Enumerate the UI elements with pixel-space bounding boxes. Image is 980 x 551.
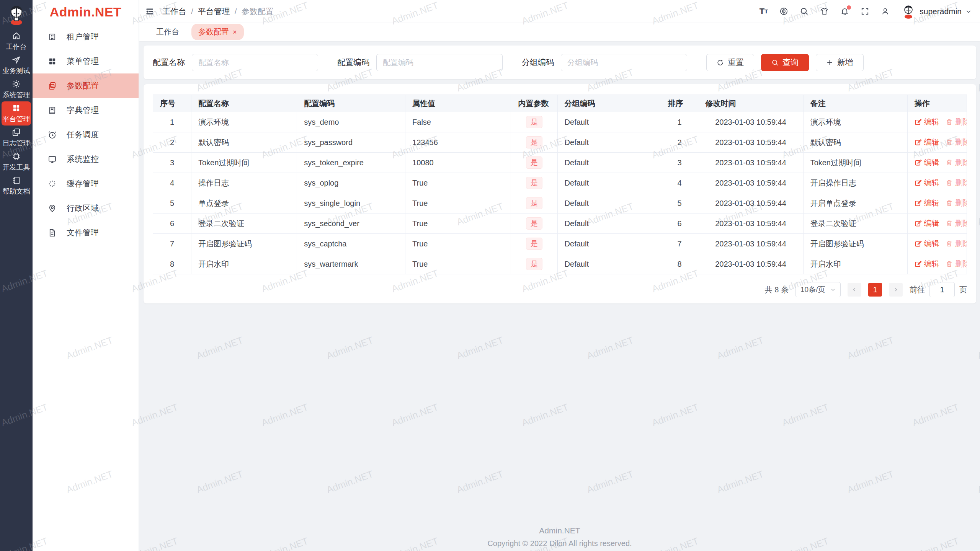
building-icon [48,33,57,41]
delete-button[interactable]: 删除 [946,157,967,168]
close-tab-icon[interactable]: × [233,29,237,36]
sidebar-item-task-schedule[interactable]: 任务调度 [33,122,139,147]
rail-item-dev-tools[interactable]: 开发工具 [2,150,31,174]
cell-remark: 登录二次验证 [803,214,907,234]
edit-button[interactable]: 编辑 [915,157,939,168]
tab-workbench[interactable]: 工作台 [149,24,186,40]
cell-sort: 2 [661,132,698,153]
cell-seq: 7 [153,234,191,254]
grid-icon [12,104,21,112]
sidebar-item-system-monitor[interactable]: 系统监控 [33,147,139,171]
delete-button[interactable]: 删除 [946,198,967,208]
delete-button[interactable]: 删除 [946,117,967,127]
breadcrumb-item[interactable]: 平台管理 [198,6,230,17]
page-size-select[interactable]: 10条/页 [795,282,841,297]
sidebar-logo-text[interactable]: Admin.NET [33,0,139,24]
notifications-button[interactable] [840,7,849,16]
edit-button[interactable]: 编辑 [915,198,939,208]
cell-value: True [405,234,511,254]
delete-button[interactable]: 删除 [946,137,967,147]
config-code-input[interactable] [376,54,503,71]
delete-button[interactable]: 删除 [946,178,967,188]
goto-page-input[interactable] [929,282,955,297]
builtin-yes-tag: 是 [526,116,542,129]
app-window: 工作台 业务测试 系统管理 平台管理 日志管理 开发工具 [0,0,980,551]
cell-value: True [405,173,511,193]
config-name-input[interactable] [192,54,318,71]
cell-remark: 开启单点登录 [803,193,907,214]
tab-param-config[interactable]: 参数配置 × [191,24,244,40]
sidebar-item-admin-region[interactable]: 行政区域 [33,196,139,220]
filter-config-code: 配置编码 [337,54,503,71]
delete-button[interactable]: 删除 [946,238,967,249]
cell-builtin: 是 [511,234,557,254]
search-submit-button[interactable]: 查询 [761,54,809,71]
sidebar-item-dict-mgmt[interactable]: 字典管理 [33,98,139,122]
cell-actions: 编辑删除 [907,254,967,274]
page-suffix-label: 页 [959,285,967,295]
add-button[interactable]: 新增 [816,54,864,71]
rail-item-log-mgmt[interactable]: 日志管理 [2,126,31,150]
edit-button[interactable]: 编辑 [915,117,939,127]
builtin-yes-tag: 是 [526,177,542,189]
rail-item-help-docs[interactable]: 帮助文档 [2,174,31,198]
col-modified-time: 修改时间 [698,95,803,112]
col-remark: 备注 [803,95,907,112]
user-menu[interactable]: superadmin [901,4,972,19]
edit-button[interactable]: 编辑 [915,238,939,249]
profile-button[interactable] [881,7,890,16]
send-icon [12,55,21,64]
rail-item-workbench[interactable]: 工作台 [2,29,31,53]
collapse-menu-button[interactable] [145,7,155,16]
delete-button[interactable]: 删除 [946,218,967,228]
search-button[interactable] [800,7,808,16]
page-number-button[interactable]: 1 [868,283,882,297]
reset-button[interactable]: 重置 [706,54,754,71]
breadcrumb-separator: / [191,7,193,16]
edit-button[interactable]: 编辑 [915,259,939,269]
cell-modified-time: 2023-01-03 10:59:44 [698,153,803,173]
table-row: 4操作日志sys_oplogTrue是Default42023-01-03 10… [153,173,967,193]
sidebar-item-menu-mgmt[interactable]: 菜单管理 [33,49,139,73]
app-logo[interactable] [0,0,33,27]
group-code-input[interactable] [561,54,687,71]
cell-config-name: 操作日志 [191,173,297,193]
loading-icon [48,179,57,188]
rail-item-label: 工作台 [6,42,27,51]
breadcrumb-item[interactable]: 工作台 [162,6,186,17]
delete-button[interactable]: 删除 [946,259,967,269]
font-size-button[interactable]: TT [760,7,768,16]
sidebar-item-file-mgmt[interactable]: 文件管理 [33,220,139,245]
rail-menu: 工作台 业务测试 系统管理 平台管理 日志管理 开发工具 [0,29,33,198]
rail-item-platform-mgmt[interactable]: 平台管理 [2,101,31,126]
edit-button[interactable]: 编辑 [915,178,939,188]
edit-icon [915,260,922,267]
data-table-card: 序号 配置名称 配置编码 属性值 内置参数 分组编码 排序 修改时间 备注 操作 [144,84,976,303]
cell-modified-time: 2023-01-03 10:59:44 [698,234,803,254]
cell-remark: 开启水印 [803,254,907,274]
cell-sort: 6 [661,214,698,234]
fullscreen-button[interactable] [861,7,869,16]
file-icon [48,228,57,237]
prev-page-button[interactable] [848,283,861,297]
edit-button[interactable]: 编辑 [915,218,939,228]
table-header-row: 序号 配置名称 配置编码 属性值 内置参数 分组编码 排序 修改时间 备注 操作 [153,95,967,112]
cell-config-name: 登录二次验证 [191,214,297,234]
sidebar-item-tenant-mgmt[interactable]: 租户管理 [33,24,139,49]
theme-button[interactable] [820,7,829,16]
language-switch-button[interactable] [779,7,788,16]
next-page-button[interactable] [889,283,903,297]
rail-item-business-test[interactable]: 业务测试 [2,53,31,77]
rail-item-system-mgmt[interactable]: 系统管理 [2,77,31,101]
cell-value: 10080 [405,153,511,173]
cell-builtin: 是 [511,132,557,153]
edit-button[interactable]: 编辑 [915,137,939,147]
sidebar-item-param-config[interactable]: 参数配置 [33,73,139,98]
cell-group-code: Default [557,132,661,153]
cell-config-code: sys_second_ver [297,214,405,234]
book-icon [48,106,57,115]
delete-icon [946,199,953,207]
cell-config-name: Token过期时间 [191,153,297,173]
rail-item-label: 平台管理 [3,114,30,124]
sidebar-item-cache-mgmt[interactable]: 缓存管理 [33,171,139,196]
